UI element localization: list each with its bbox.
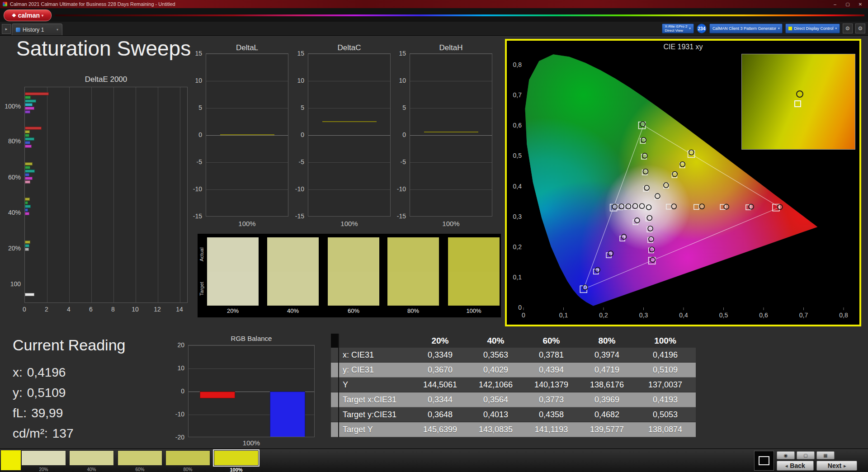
display-color-chip xyxy=(788,27,792,30)
deltae-y-tick: 80% xyxy=(1,137,23,145)
display-capture-button[interactable]: ▢ xyxy=(797,451,815,459)
cie-measured-marker-red xyxy=(671,204,676,209)
deltae-bar xyxy=(25,166,30,169)
deltae-bar xyxy=(25,99,36,103)
reading-cdm2-label: cd/m²: xyxy=(13,423,48,444)
cie-inset-target-marker xyxy=(794,100,801,107)
deltah-chart xyxy=(410,53,492,217)
close-button[interactable]: ✕ xyxy=(855,2,865,7)
swatch-target xyxy=(448,272,500,306)
table-row-gutter xyxy=(331,378,339,392)
table-cell: 0,4394 xyxy=(524,363,579,378)
meter-line1: X-Rite i1Pro 2 xyxy=(665,24,688,28)
deltae-bar xyxy=(25,103,33,106)
deltae-x-tick: 14 xyxy=(174,306,185,313)
deltae-bar xyxy=(25,145,32,148)
deltae-gridline xyxy=(91,87,92,302)
camera-button[interactable]: ◉ xyxy=(777,451,795,459)
table-cell: 0,5109 xyxy=(635,363,696,378)
cie-measured-marker-yellow xyxy=(680,162,685,167)
table-cell: 0,3344 xyxy=(412,392,468,407)
settings-gear-button[interactable]: ⚙ xyxy=(843,24,853,33)
deltae-bar xyxy=(25,244,29,247)
saturation-level-button-60%[interactable] xyxy=(118,450,162,466)
deltac-chart-title: DeltaC xyxy=(308,43,391,52)
cie-measured-marker-yellow xyxy=(664,183,669,188)
deltae-bar xyxy=(25,208,28,212)
workflow-gear-button[interactable]: ⚙ xyxy=(855,24,865,33)
maximize-button[interactable]: ▢ xyxy=(843,2,853,7)
cie-measured-marker-green xyxy=(643,169,648,174)
saturation-level-button-100%[interactable] xyxy=(214,450,259,466)
delta-gridline xyxy=(410,81,492,81)
minimize-button[interactable]: – xyxy=(830,2,840,7)
back-button[interactable]: ◂ Back xyxy=(777,461,814,471)
pattern-window-button[interactable] xyxy=(754,451,774,471)
calman-diamond-icon: ❖ xyxy=(12,13,16,19)
table-row-label: Target Y xyxy=(339,422,412,437)
table-cell: 0,4193 xyxy=(635,392,696,407)
sidebar-expander-button[interactable]: ▸ xyxy=(2,24,11,34)
next-button[interactable]: Next ▸ xyxy=(816,461,857,471)
cie-y-tick: 0,6 xyxy=(513,122,522,129)
cie-measured-marker-blue xyxy=(595,267,600,272)
reading-fl-value: 39,99 xyxy=(31,403,63,423)
deltae-bar xyxy=(25,137,34,141)
deltae-y-tick: 100 xyxy=(1,280,23,288)
printer-button[interactable]: ▦ xyxy=(816,451,835,459)
deltae-x-axis: 02468101214 xyxy=(24,306,188,314)
tab-history-1[interactable]: History 1 ▾ xyxy=(12,24,62,35)
rgb-gridline xyxy=(189,345,314,346)
calman-menu-button[interactable]: ❖ calman ▾ xyxy=(4,9,52,21)
deltae-bar xyxy=(25,173,29,176)
table-cell: 0,4013 xyxy=(468,407,524,422)
delta-y-tick: 0 xyxy=(185,131,204,138)
reading-cdm2-value: 137 xyxy=(52,423,74,444)
current-reading-title: Current Reading xyxy=(13,336,125,354)
delta-gridline xyxy=(308,54,390,54)
saturation-level-button-80%[interactable] xyxy=(165,450,210,466)
back-chevron-icon: ◂ xyxy=(785,463,788,468)
pattern-generator-label: CalMAN Client 3 Pattern Generator xyxy=(712,26,776,31)
next-chevron-icon: ▸ xyxy=(844,463,846,468)
delta-gridline xyxy=(308,189,390,190)
meter-dropdown[interactable]: X-Rite i1Pro 2 Direct View ▾ xyxy=(662,24,694,33)
cie-measured-marker-red xyxy=(778,204,783,209)
cie-measured-marker-magenta xyxy=(649,236,654,241)
deltae-bar xyxy=(25,248,29,251)
active-color-indicator xyxy=(1,450,21,470)
pattern-generator-dropdown[interactable]: CalMAN Client 3 Pattern Generator ▾ xyxy=(709,24,783,33)
saturation-level-button-40%[interactable] xyxy=(69,450,114,466)
table-cell: 0,4719 xyxy=(579,363,635,378)
saturation-level-label: 20% xyxy=(21,467,66,472)
saturation-swatch-100% xyxy=(448,237,500,306)
rgb-y-tick: -10 xyxy=(168,411,186,418)
table-column-header: 100% xyxy=(635,334,696,348)
table-cell: 141,1193 xyxy=(524,422,579,437)
red-balance-bar xyxy=(200,392,235,398)
table-cell: 0,3773 xyxy=(524,392,579,407)
table-cell: 144,5061 xyxy=(412,378,468,392)
deltae-y-tick: 100% xyxy=(1,103,23,110)
table-cell: 0,3648 xyxy=(412,407,468,422)
cie-y-tick: 0,2 xyxy=(513,243,522,250)
display-control-dropdown[interactable]: Direct Display Control ▾ xyxy=(785,24,840,33)
delta-y-tick: 5 xyxy=(185,104,204,111)
swatch-target xyxy=(267,272,319,306)
saturation-level-button-20%[interactable] xyxy=(21,450,66,466)
table-column-header: 40% xyxy=(468,334,524,348)
deltac-y-axis: 151050-5-10-15 xyxy=(287,53,306,217)
delta-y-tick: -15 xyxy=(287,212,306,220)
table-cell: 0,4358 xyxy=(524,407,579,422)
cie-measured-marker-cyan xyxy=(612,204,617,209)
delta-gridline xyxy=(206,54,288,54)
delta-gridline xyxy=(410,135,492,136)
deltae-bar xyxy=(25,162,33,165)
table-cell: 138,6176 xyxy=(579,378,635,392)
deltae-bar xyxy=(25,205,31,208)
reading-x-value: 0,4196 xyxy=(27,362,66,382)
table-cell: 0,5053 xyxy=(635,407,696,422)
delta-y-tick: 5 xyxy=(287,104,306,111)
cie-x-tick: 0,1 xyxy=(559,312,568,319)
deltae-bar xyxy=(25,177,33,180)
